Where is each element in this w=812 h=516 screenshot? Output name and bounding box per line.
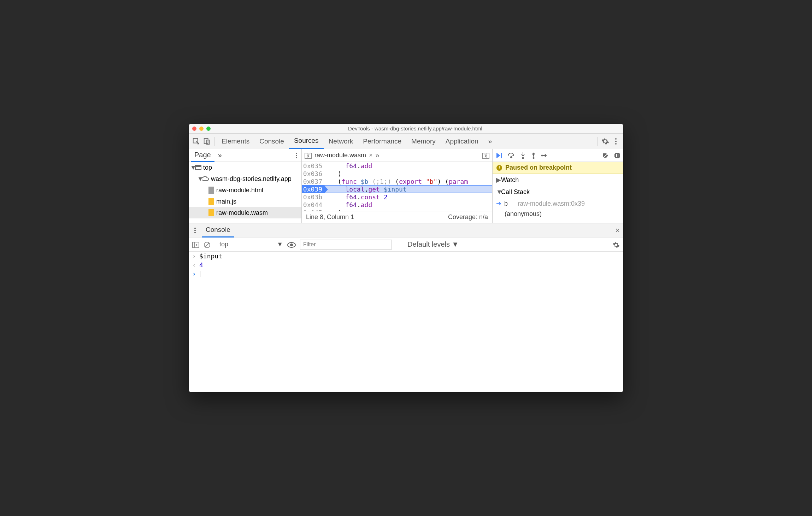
step-over-icon[interactable] (507, 152, 515, 159)
editor-statusbar: Line 8, Column 1 Coverage: n/a (302, 211, 492, 223)
svg-rect-1 (204, 139, 208, 144)
step-into-icon[interactable] (520, 152, 526, 159)
more-icon[interactable] (611, 137, 621, 146)
navigator-tab-overflow[interactable]: » (214, 149, 225, 162)
tree-frame-label: top (203, 164, 212, 171)
console-output[interactable]: ›$input‹4› (189, 252, 623, 392)
main-tabbar: ElementsConsoleSourcesNetworkPerformance… (189, 134, 623, 149)
drawer-more-icon[interactable] (192, 226, 198, 235)
tab-console[interactable]: Console (254, 134, 289, 149)
console-prompt[interactable]: › (189, 269, 623, 278)
debugger-toolbar (493, 149, 623, 162)
code-line[interactable]: 0x039 local.get $input (302, 185, 492, 193)
svg-point-3 (615, 138, 617, 140)
deactivate-breakpoints-icon[interactable] (602, 152, 609, 159)
tree-file[interactable]: raw-module.html (189, 184, 301, 196)
tab-sources[interactable]: Sources (289, 134, 324, 149)
coverage-status: Coverage: n/a (448, 213, 488, 221)
svg-rect-15 (501, 153, 502, 158)
callstack-frame[interactable]: ➔braw-module.wasm:0x39 (493, 198, 623, 209)
toggle-debugger-icon[interactable] (482, 151, 489, 159)
settings-icon[interactable] (600, 137, 611, 146)
file-name: raw-module.wasm (216, 209, 268, 217)
editor-pane: raw-module.wasm × » 0x035 f64.add0x036 )… (302, 149, 493, 223)
navigator-tab-page[interactable]: Page (191, 149, 214, 162)
drawer-tabs: Console × (189, 223, 623, 238)
tree-file[interactable]: main.js (189, 196, 301, 207)
resume-icon[interactable] (495, 152, 502, 159)
callstack-section[interactable]: ▼Call Stack (493, 186, 623, 198)
pause-exceptions-icon[interactable] (614, 152, 620, 159)
gutter[interactable]: 0x035 (302, 162, 324, 170)
watch-label: Watch (501, 176, 519, 183)
tab-memory[interactable]: Memory (406, 134, 441, 149)
svg-point-5 (615, 143, 617, 145)
navigator-more-icon[interactable] (294, 151, 299, 160)
drawer-tab-console[interactable]: Console (202, 223, 234, 238)
svg-point-16 (511, 157, 512, 158)
watch-section[interactable]: ▶Watch (493, 174, 623, 186)
cursor (200, 271, 200, 277)
console-settings-icon[interactable] (613, 240, 620, 248)
filter-input[interactable] (300, 240, 392, 250)
code-content: f64.add (324, 162, 372, 170)
svg-point-18 (533, 157, 535, 159)
inspect-icon[interactable] (191, 137, 201, 146)
toggle-navigator-icon[interactable] (305, 151, 312, 159)
code-content: ) (324, 209, 342, 211)
code-line[interactable]: 0x03b f64.const 2 (302, 193, 492, 201)
prompt-icon: › (192, 270, 199, 277)
minimize-window-icon[interactable] (199, 127, 204, 131)
tab-network[interactable]: Network (324, 134, 358, 149)
titlebar: DevTools - wasm-dbg-stories.netlify.app/… (189, 124, 623, 134)
breakpoint-gutter[interactable]: 0x039 (302, 186, 324, 193)
editor-tab-filename[interactable]: raw-module.wasm (314, 152, 366, 159)
tree-domain[interactable]: ▼ wasm-dbg-stories.netlify.app (189, 173, 301, 184)
editor-tab-overflow[interactable]: » (376, 151, 379, 159)
svg-rect-28 (193, 242, 199, 248)
code-line[interactable]: 0x044 f64.add (302, 201, 492, 209)
current-frame-icon: ➔ (496, 200, 501, 207)
tab-application[interactable]: Application (441, 134, 483, 149)
svg-point-6 (296, 153, 297, 154)
tab-overflow[interactable]: » (483, 134, 497, 149)
console-sidebar-toggle-icon[interactable] (192, 240, 199, 248)
window-title: DevTools - wasm-dbg-stories.netlify.app/… (211, 125, 620, 131)
context-label: top (219, 241, 228, 248)
close-window-icon[interactable] (192, 127, 196, 131)
window-controls (192, 127, 211, 131)
code-line[interactable]: 0x045 ) (302, 209, 492, 211)
close-tab-icon[interactable]: × (369, 152, 373, 159)
context-selector[interactable]: top ▼ (219, 241, 283, 248)
svg-point-8 (296, 157, 297, 158)
code-line[interactable]: 0x036 ) (302, 170, 492, 177)
svg-point-33 (290, 244, 293, 246)
callstack-frame[interactable]: (anonymous) (493, 209, 623, 219)
gutter[interactable]: 0x036 (302, 170, 324, 177)
close-drawer-icon[interactable]: × (615, 226, 620, 235)
svg-point-4 (615, 141, 617, 142)
step-out-icon[interactable] (531, 152, 536, 159)
zoom-window-icon[interactable] (206, 127, 211, 131)
console-value: 4 (199, 261, 203, 269)
code-editor[interactable]: 0x035 f64.add0x036 )0x037 (func $b (;1;)… (302, 162, 492, 211)
code-line[interactable]: 0x037 (func $b (;1;) (export "b") (param (302, 177, 492, 185)
log-levels-selector[interactable]: Default levels ▼ (407, 240, 459, 248)
gutter[interactable]: 0x044 (302, 201, 324, 209)
console-output-row: ‹4 (189, 260, 623, 269)
gutter[interactable]: 0x03b (302, 193, 324, 201)
output-marker-icon: ‹ (192, 261, 199, 269)
gutter[interactable]: 0x045 (302, 209, 324, 211)
step-icon[interactable] (541, 153, 548, 158)
tab-elements[interactable]: Elements (217, 134, 254, 149)
tree-file[interactable]: raw-module.wasm (189, 207, 301, 218)
tree-frame-top[interactable]: ▼ top (189, 162, 301, 173)
code-line[interactable]: 0x035 f64.add (302, 162, 492, 170)
svg-rect-21 (616, 154, 617, 157)
live-expression-icon[interactable] (287, 240, 296, 248)
svg-point-27 (194, 232, 196, 233)
device-toggle-icon[interactable] (201, 137, 212, 146)
gutter[interactable]: 0x037 (302, 178, 324, 185)
tab-performance[interactable]: Performance (358, 134, 406, 149)
clear-console-icon[interactable] (204, 240, 211, 248)
